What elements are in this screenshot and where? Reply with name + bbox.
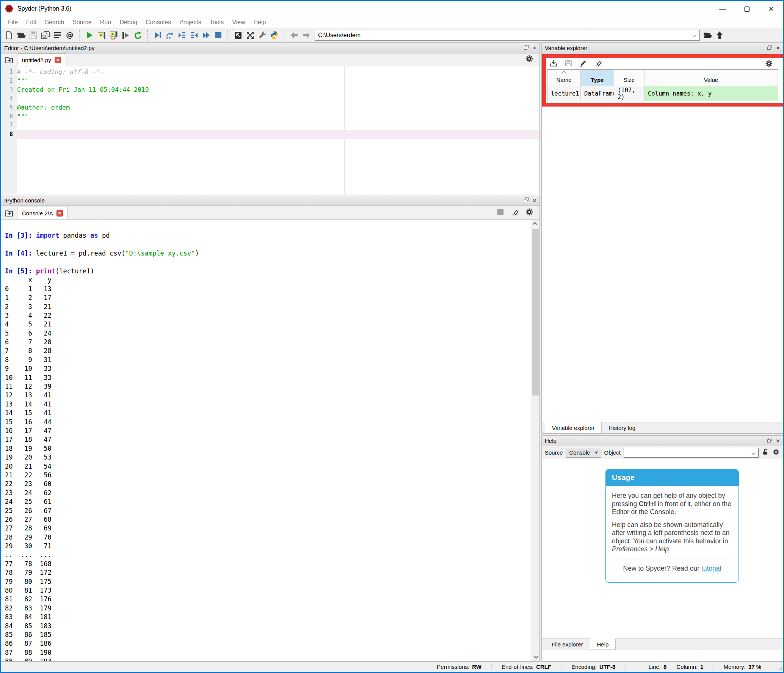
- editor-options-gear-icon[interactable]: [525, 55, 533, 64]
- close-tab-icon[interactable]: ✕: [55, 57, 61, 63]
- tab-history-log[interactable]: History log: [602, 422, 642, 433]
- scroll-down-icon[interactable]: [531, 653, 539, 661]
- new-file-icon[interactable]: [3, 30, 15, 41]
- maximize-button[interactable]: ▢: [735, 1, 759, 17]
- console-line: In [5]: print(lecture1): [5, 267, 528, 276]
- preferences-icon[interactable]: [256, 30, 268, 41]
- help-options-gear-icon[interactable]: [772, 448, 780, 457]
- close-pane-icon[interactable]: ×: [533, 45, 536, 51]
- editor-code-area[interactable]: 1# -*- coding: utf-8 -*-2"""3Created on …: [1, 66, 539, 194]
- import-data-icon[interactable]: [550, 59, 558, 69]
- help-source-dropdown[interactable]: Console: [566, 448, 601, 458]
- menu-edit[interactable]: Edit: [22, 19, 41, 26]
- save-data-as-pencil-icon[interactable]: [579, 59, 587, 69]
- tab-file-explorer[interactable]: File explorer: [545, 639, 590, 650]
- help-object-combobox[interactable]: [624, 448, 759, 458]
- close-pane-icon[interactable]: ×: [776, 438, 780, 444]
- browse-tabs-icon[interactable]: [1, 207, 17, 219]
- back-icon[interactable]: [288, 30, 300, 41]
- variable-value-cell[interactable]: Column names: x, y: [644, 86, 778, 101]
- undock-icon[interactable]: [767, 45, 772, 51]
- undock-icon[interactable]: [767, 438, 772, 444]
- forward-icon[interactable]: [300, 30, 312, 41]
- python-path-manager-icon[interactable]: [268, 30, 281, 41]
- remove-variables-eraser-icon[interactable]: [594, 59, 602, 69]
- scroll-up-icon[interactable]: [531, 220, 539, 228]
- column-header-name[interactable]: Name: [547, 70, 581, 86]
- column-header-type[interactable]: Type: [581, 70, 614, 86]
- debug-file-icon[interactable]: [152, 30, 164, 41]
- tutorial-link[interactable]: tutorial: [701, 565, 721, 572]
- run-cell-icon[interactable]: [96, 30, 108, 41]
- run-cell-advance-icon[interactable]: [108, 30, 120, 41]
- fullscreen-icon[interactable]: [244, 30, 256, 41]
- column-header-value[interactable]: Value: [644, 70, 778, 86]
- column-header-size[interactable]: Size: [614, 70, 644, 86]
- save-file-icon[interactable]: [27, 30, 39, 41]
- menu-source[interactable]: Source: [68, 19, 96, 26]
- menu-debug[interactable]: Debug: [115, 19, 141, 26]
- open-directory-icon[interactable]: [701, 30, 713, 41]
- console-tab-2a[interactable]: Console 2/A ✕: [17, 207, 68, 219]
- scrollbar-thumb[interactable]: [532, 229, 539, 395]
- close-pane-icon[interactable]: ×: [776, 45, 780, 51]
- help-source-row: Source Console Object: [542, 446, 783, 459]
- debug-continue-icon[interactable]: [200, 30, 212, 41]
- menu-run[interactable]: Run: [96, 19, 115, 26]
- maximize-pane-icon[interactable]: [232, 30, 244, 41]
- rerun-cell-icon[interactable]: [132, 30, 144, 41]
- variable-size-cell[interactable]: (107, 2): [614, 86, 644, 101]
- menu-search[interactable]: Search: [41, 19, 68, 26]
- ipython-console-panel: IPython console × Console 2/A ✕: [1, 195, 540, 662]
- editor-lines: 1# -*- coding: utf-8 -*-2"""3Created on …: [1, 67, 539, 139]
- step-over-icon[interactable]: [164, 30, 176, 41]
- undock-icon[interactable]: [524, 45, 529, 51]
- working-directory-combobox[interactable]: C:\Users\erdem: [315, 30, 700, 41]
- clear-console-eraser-icon[interactable]: [511, 208, 519, 218]
- undock-icon[interactable]: [524, 197, 529, 204]
- tab-variable-explorer[interactable]: Variable explorer: [545, 422, 602, 433]
- console-line: 11 12 39: [5, 382, 528, 391]
- menu-projects[interactable]: Projects: [175, 19, 205, 26]
- console-panel-title: IPython console: [4, 197, 45, 204]
- close-button[interactable]: ×: [759, 1, 783, 17]
- spyder-logo-icon: [5, 4, 14, 13]
- resize-grip[interactable]: [778, 667, 782, 670]
- lock-icon[interactable]: [762, 448, 769, 457]
- menu-file[interactable]: File: [4, 19, 22, 26]
- window-title: Spyder (Python 3.6): [17, 5, 71, 12]
- open-file-icon[interactable]: [15, 30, 27, 41]
- symbol-finder-icon[interactable]: @: [64, 30, 76, 41]
- console-options-gear-icon[interactable]: [525, 208, 533, 218]
- file-switcher-icon[interactable]: [52, 30, 64, 41]
- parent-directory-icon[interactable]: [713, 30, 726, 41]
- run-selection-icon[interactable]: [120, 30, 132, 41]
- variable-explorer-options-gear-icon[interactable]: [765, 60, 773, 69]
- menu-consoles[interactable]: Consoles: [141, 19, 175, 26]
- tab-help[interactable]: Help: [590, 638, 616, 650]
- browse-tabs-icon[interactable]: [1, 53, 17, 66]
- stop-debug-icon[interactable]: [212, 30, 224, 41]
- usage-card-body: Here you can get help of any object by p…: [606, 486, 739, 582]
- close-tab-icon[interactable]: ✕: [56, 210, 63, 216]
- variable-type-cell[interactable]: DataFrame: [581, 86, 614, 101]
- run-file-icon[interactable]: [83, 30, 96, 41]
- console-panel-header: IPython console ×: [1, 195, 539, 206]
- menu-tools[interactable]: Tools: [205, 19, 228, 26]
- menu-view[interactable]: View: [228, 19, 249, 26]
- minimize-button[interactable]: —: [710, 1, 735, 17]
- menu-help[interactable]: Help: [249, 19, 270, 26]
- console-scrollbar[interactable]: [531, 220, 539, 661]
- step-into-icon[interactable]: [176, 30, 188, 41]
- variable-name-cell[interactable]: lecture1: [547, 86, 581, 101]
- console-line: 6 7 28: [5, 338, 528, 347]
- close-pane-icon[interactable]: ×: [533, 198, 536, 203]
- interrupt-kernel-icon[interactable]: [496, 208, 505, 218]
- save-all-icon[interactable]: [39, 30, 52, 41]
- console-line: 87 88 190: [5, 648, 528, 657]
- step-return-icon[interactable]: [188, 30, 200, 41]
- editor-line-5: 5@author: erdem: [1, 103, 539, 112]
- console-output-area[interactable]: In [3]: import pandas as pd In [4]: lect…: [1, 220, 539, 661]
- editor-tab-untitled2[interactable]: untitled2.py ✕: [17, 53, 66, 66]
- chevron-down-icon[interactable]: [692, 32, 697, 37]
